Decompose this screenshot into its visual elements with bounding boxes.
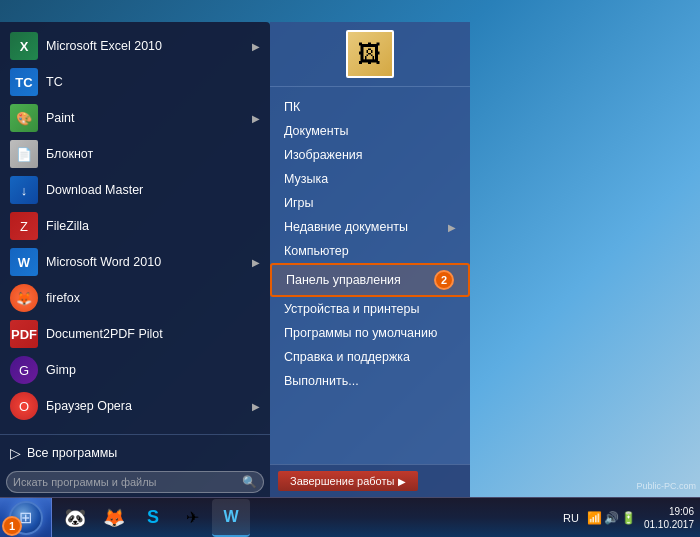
right-label-recent: Недавние документы	[284, 220, 408, 234]
desktop: X Microsoft Excel 2010 ▶ TC TC 🎨 Paint ▶…	[0, 0, 700, 537]
app-item-tc[interactable]: TC TC	[0, 64, 270, 100]
app-item-dlmaster[interactable]: ↓ Download Master	[0, 172, 270, 208]
date-display: 01.10.2017	[644, 518, 694, 531]
right-item-games[interactable]: Игры	[270, 191, 470, 215]
taskbar-panda-icon[interactable]: 🐼	[56, 499, 94, 537]
app-label-word: Microsoft Word 2010	[46, 255, 161, 269]
app-icon-dlmaster: ↓	[10, 176, 38, 204]
right-label-default_programs: Программы по умолчанию	[284, 326, 437, 340]
all-programs-item[interactable]: ▷ Все программы	[0, 439, 270, 467]
taskbar-word-icon[interactable]: W	[212, 499, 250, 537]
app-item-pdf[interactable]: PDF Document2PDF Pilot	[0, 316, 270, 352]
app-item-notepad[interactable]: 📄 Блокнот	[0, 136, 270, 172]
badge-1: 1	[2, 516, 22, 536]
right-item-pk[interactable]: ПК	[270, 95, 470, 119]
app-icon-tc: TC	[10, 68, 38, 96]
app-arrow-opera: ▶	[252, 401, 260, 412]
app-icon-opera: O	[10, 392, 38, 420]
app-icon-firefox: 🦊	[10, 284, 38, 312]
search-icon[interactable]: 🔍	[242, 475, 257, 489]
start-button[interactable]: 1	[0, 498, 52, 538]
app-label-opera: Браузер Opera	[46, 399, 132, 413]
right-items-list: ПК Документы Изображения Музыка Игры Нед…	[270, 87, 470, 464]
taskbar-pinned-apps: 🐼 🦊 S ✈ W	[52, 499, 254, 537]
search-input[interactable]	[13, 476, 238, 488]
app-icon-notepad: 📄	[10, 140, 38, 168]
right-item-recent[interactable]: Недавние документы ▶	[270, 215, 470, 239]
app-label-dlmaster: Download Master	[46, 183, 143, 197]
taskbar-tray: RU 📶 🔊 🔋 19:06 01.10.2017	[553, 505, 700, 531]
app-label-filezilla: FileZilla	[46, 219, 89, 233]
tray-icons: 📶 🔊 🔋	[587, 511, 636, 525]
right-label-images: Изображения	[284, 148, 363, 162]
time-display: 19:06	[669, 505, 694, 518]
right-item-computer[interactable]: Компьютер	[270, 239, 470, 263]
all-programs-label: Все программы	[27, 446, 117, 460]
taskbar-skype-icon[interactable]: S	[134, 499, 172, 537]
app-list: X Microsoft Excel 2010 ▶ TC TC 🎨 Paint ▶…	[0, 22, 270, 430]
start-menu-right-panel: 🖼 ПК Документы Изображения Музыка Игры	[270, 22, 470, 497]
right-label-music: Музыка	[284, 172, 328, 186]
app-arrow-excel: ▶	[252, 41, 260, 52]
taskbar: 1 🐼 🦊 S ✈ W RU 📶 🔊	[0, 497, 700, 537]
app-item-excel[interactable]: X Microsoft Excel 2010 ▶	[0, 28, 270, 64]
app-item-filezilla[interactable]: Z FileZilla	[0, 208, 270, 244]
app-icon-paint: 🎨	[10, 104, 38, 132]
shutdown-section: Завершение работы ▶	[270, 464, 470, 497]
app-label-excel: Microsoft Excel 2010	[46, 39, 162, 53]
tray-icon-3: 🔋	[621, 511, 636, 525]
right-item-music[interactable]: Музыка	[270, 167, 470, 191]
app-item-gimp[interactable]: G Gimp	[0, 352, 270, 388]
app-arrow-word: ▶	[252, 257, 260, 268]
app-label-tc: TC	[46, 75, 63, 89]
app-label-notepad: Блокнот	[46, 147, 93, 161]
right-arrow-recent: ▶	[448, 222, 456, 233]
app-item-paint[interactable]: 🎨 Paint ▶	[0, 100, 270, 136]
app-label-gimp: Gimp	[46, 363, 76, 377]
tray-time: 19:06 01.10.2017	[644, 505, 694, 531]
app-item-firefox[interactable]: 🦊 firefox	[0, 280, 270, 316]
right-label-devices: Устройства и принтеры	[284, 302, 419, 316]
right-item-images[interactable]: Изображения	[270, 143, 470, 167]
app-label-pdf: Document2PDF Pilot	[46, 327, 163, 341]
app-arrow-paint: ▶	[252, 113, 260, 124]
app-icon-excel: X	[10, 32, 38, 60]
right-label-computer: Компьютер	[284, 244, 349, 258]
right-label-pk: ПК	[284, 100, 300, 114]
search-bar[interactable]: 🔍	[6, 471, 264, 493]
right-item-help[interactable]: Справка и поддержка	[270, 345, 470, 369]
app-icon-word: W	[10, 248, 38, 276]
watermark: Public-PC.com	[636, 481, 696, 491]
right-item-documents[interactable]: Документы	[270, 119, 470, 143]
start-menu-left-panel: X Microsoft Excel 2010 ▶ TC TC 🎨 Paint ▶…	[0, 22, 270, 497]
shutdown-button[interactable]: Завершение работы ▶	[278, 471, 418, 491]
start-menu: X Microsoft Excel 2010 ▶ TC TC 🎨 Paint ▶…	[0, 22, 530, 497]
menu-divider	[0, 434, 270, 435]
avatar: 🖼	[346, 30, 394, 78]
app-item-opera[interactable]: O Браузер Opera ▶	[0, 388, 270, 424]
right-item-default_programs[interactable]: Программы по умолчанию	[270, 321, 470, 345]
right-item-devices[interactable]: Устройства и принтеры	[270, 297, 470, 321]
app-icon-pdf: PDF	[10, 320, 38, 348]
app-label-firefox: firefox	[46, 291, 80, 305]
tray-icon-2: 🔊	[604, 511, 619, 525]
right-item-control_panel[interactable]: Панель управления 2	[270, 263, 470, 297]
right-label-help: Справка и поддержка	[284, 350, 410, 364]
taskbar-firefox-icon[interactable]: 🦊	[95, 499, 133, 537]
right-label-documents: Документы	[284, 124, 348, 138]
user-avatar-section: 🖼	[270, 22, 470, 87]
right-item-run[interactable]: Выполнить...	[270, 369, 470, 393]
right-label-run: Выполнить...	[284, 374, 359, 388]
app-label-paint: Paint	[46, 111, 75, 125]
shutdown-label: Завершение работы	[290, 475, 394, 487]
app-item-word[interactable]: W Microsoft Word 2010 ▶	[0, 244, 270, 280]
badge-2: 2	[434, 270, 454, 290]
app-icon-filezilla: Z	[10, 212, 38, 240]
right-label-games: Игры	[284, 196, 313, 210]
tray-icon-1: 📶	[587, 511, 602, 525]
language-indicator[interactable]: RU	[559, 510, 583, 526]
right-label-control_panel: Панель управления	[286, 273, 401, 287]
taskbar-telegram-icon[interactable]: ✈	[173, 499, 211, 537]
app-icon-gimp: G	[10, 356, 38, 384]
